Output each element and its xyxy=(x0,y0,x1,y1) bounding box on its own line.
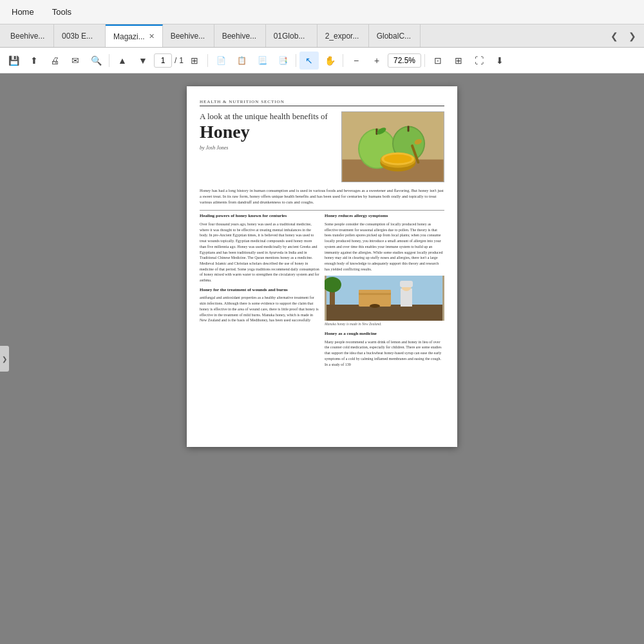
search-icon: 🔍 xyxy=(91,55,102,66)
menu-bar: Home Tools xyxy=(0,0,644,24)
article-intro: Honey has had a long history in human co… xyxy=(200,187,444,205)
scroll-up-button[interactable]: ▲ xyxy=(113,52,132,70)
fullscreen-button[interactable]: ⛶ xyxy=(469,52,489,70)
zoom-out-button[interactable]: − xyxy=(346,52,366,70)
file-icon-4: 📑 xyxy=(278,56,288,65)
file-icon-2: 📋 xyxy=(237,56,247,65)
save-button[interactable]: 💾 xyxy=(4,52,23,70)
svg-rect-26 xyxy=(400,281,413,287)
article-title-block: A look at the unique health benefits of … xyxy=(200,111,335,182)
hand-icon: ✋ xyxy=(325,55,336,66)
search-button[interactable]: 🔍 xyxy=(86,52,106,70)
svg-point-12 xyxy=(384,155,412,164)
save-icon: 💾 xyxy=(8,55,19,66)
tab-next-button[interactable]: ❯ xyxy=(623,24,641,47)
col1-body2: antifungal and antioxidant properties as… xyxy=(200,295,319,323)
svg-rect-22 xyxy=(359,290,391,293)
tab-bar: Beehive... 003b E... Magazi... ✕ Beehive… xyxy=(0,24,644,48)
article-header: A look at the unique health benefits of … xyxy=(200,111,444,182)
tab-beehive3[interactable]: Beehive... xyxy=(214,24,266,47)
tab-2expor[interactable]: 2_expor... xyxy=(317,24,369,47)
page-number-input[interactable] xyxy=(154,53,172,68)
svg-rect-16 xyxy=(327,305,442,321)
arrow-down-icon: ▼ xyxy=(138,55,147,66)
separator-4 xyxy=(343,54,343,67)
toolbar: 💾 ⬆ 🖨 ✉ 🔍 ▲ ▼ / 1 ⊞ 📄 📋 📃 📑 ↖ ✋ xyxy=(0,48,644,73)
fit-icon: ⊞ xyxy=(191,55,198,66)
menu-home[interactable]: Home xyxy=(3,3,43,21)
col1-heading1: Healing powers of honey known for centur… xyxy=(200,213,319,220)
main-area: ❯ HEALTH & NUTRITION SECTION A look at t… xyxy=(0,73,644,644)
section-label: HEALTH & NUTRITION SECTION xyxy=(200,99,444,106)
tab-globalc[interactable]: GlobalC... xyxy=(369,24,421,47)
tab-003b[interactable]: 003b E... xyxy=(54,24,106,47)
column-left: Healing powers of honey known for centur… xyxy=(200,213,319,371)
tab-magazi[interactable]: Magazi... ✕ xyxy=(106,24,163,47)
tab-prev-button[interactable]: ❮ xyxy=(605,24,623,47)
col2-body1: Some people consider the consumption of … xyxy=(325,222,444,272)
svg-rect-8 xyxy=(408,126,410,132)
col2-heading1: Honey reduces allergy symptoms xyxy=(325,213,444,220)
crop-icon: ⊡ xyxy=(434,55,442,66)
column-right: Honey reduces allergy symptoms Some peop… xyxy=(325,213,444,371)
cursor-tool-button[interactable]: ↖ xyxy=(299,52,319,70)
article-body: Healing powers of honey known for centur… xyxy=(200,213,444,371)
separator-2 xyxy=(207,54,208,67)
inline-image-block: Manuka honey is made in New Zealand. xyxy=(325,276,444,327)
article-hero-image xyxy=(341,111,444,182)
inline-image xyxy=(325,276,444,321)
arrow-up-icon: ▲ xyxy=(118,55,127,66)
menu-tools[interactable]: Tools xyxy=(43,3,80,21)
file-type-4-button[interactable]: 📑 xyxy=(273,52,292,70)
mail-button[interactable]: ✉ xyxy=(66,52,85,70)
print-icon: 🖨 xyxy=(50,55,59,66)
zoom-level-input[interactable] xyxy=(388,53,421,68)
file-icon-1: 📄 xyxy=(216,56,226,65)
zoom-out-icon: − xyxy=(354,55,359,66)
file-type-2-button[interactable]: 📋 xyxy=(232,52,251,70)
divider xyxy=(200,210,444,211)
screenshot-button[interactable]: ⊞ xyxy=(449,52,468,70)
tab-beehive2[interactable]: Beehive... xyxy=(163,24,214,47)
upload-button[interactable]: ⬆ xyxy=(24,52,44,70)
upload-icon: ⬆ xyxy=(30,55,38,66)
file-icon-3: 📃 xyxy=(258,56,267,65)
scroll-down-button[interactable]: ▼ xyxy=(133,52,153,70)
mail-icon: ✉ xyxy=(71,55,79,66)
col1-heading2: Honey for the treatment of wounds and bu… xyxy=(200,287,319,294)
hand-tool-button[interactable]: ✋ xyxy=(320,52,339,70)
article-author: by Josh Jones xyxy=(200,145,335,151)
fullscreen-icon: ⛶ xyxy=(475,55,484,66)
svg-rect-24 xyxy=(401,289,412,307)
download-button[interactable]: ⬇ xyxy=(490,52,509,70)
fit-page-button[interactable]: ⊞ xyxy=(185,52,204,70)
article-big-title: Honey xyxy=(200,123,335,141)
zoom-in-button[interactable]: + xyxy=(367,52,386,70)
pdf-viewer[interactable]: HEALTH & NUTRITION SECTION A look at the… xyxy=(0,73,644,644)
col2-heading2: Honey as a cough medicine xyxy=(325,331,444,337)
screenshot-icon: ⊞ xyxy=(455,55,462,66)
article-main-title: A look at the unique health benefits of xyxy=(200,111,335,122)
svg-point-23 xyxy=(370,304,380,308)
print-button[interactable]: 🖨 xyxy=(45,52,64,70)
file-type-1-button[interactable]: 📄 xyxy=(211,52,231,70)
download-icon: ⬇ xyxy=(496,55,504,66)
page-navigation: / 1 xyxy=(154,53,184,68)
separator-1 xyxy=(109,54,109,67)
col1-body1: Over four thousand years ago, honey was … xyxy=(200,222,319,283)
cursor-icon: ↖ xyxy=(305,55,313,66)
side-panel-toggle[interactable]: ❯ xyxy=(0,346,9,372)
file-type-3-button[interactable]: 📃 xyxy=(252,52,272,70)
separator-5 xyxy=(424,54,425,67)
crop-button[interactable]: ⊡ xyxy=(428,52,448,70)
tab-01glob[interactable]: 01Glob... xyxy=(266,24,317,47)
pdf-page: HEALTH & NUTRITION SECTION A look at the… xyxy=(187,86,457,447)
inline-image-caption: Manuka honey is made in New Zealand. xyxy=(325,322,444,327)
zoom-in-icon: + xyxy=(374,55,379,66)
col2-body2: Many people recommend a warm drink of le… xyxy=(325,339,444,367)
separator-3 xyxy=(296,54,296,67)
tab-close-button[interactable]: ✕ xyxy=(149,32,155,41)
tab-beehive1[interactable]: Beehive... xyxy=(3,24,54,47)
